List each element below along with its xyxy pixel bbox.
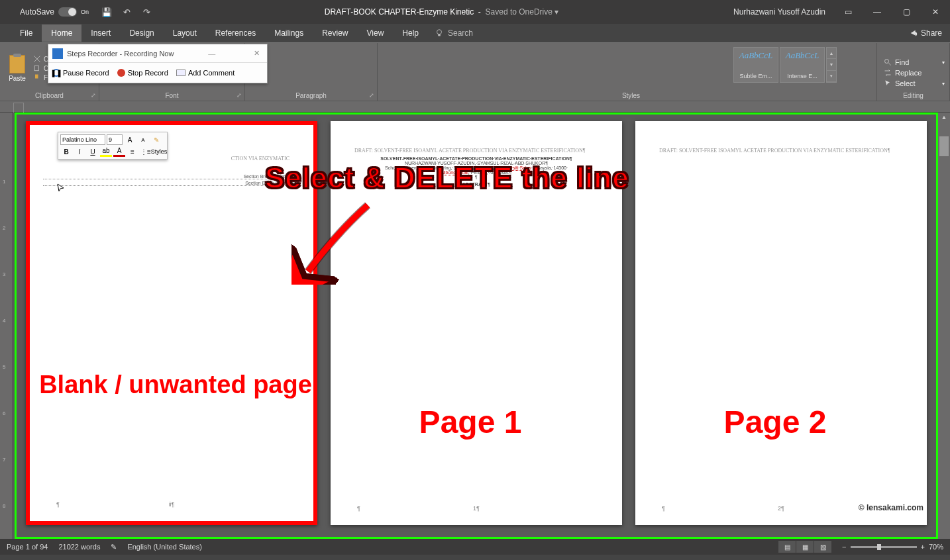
dialog-launcher-icon[interactable]: ⤢ <box>369 92 374 99</box>
autosave-toggle[interactable]: AutoSave On <box>0 7 95 17</box>
page-2[interactable]: DRAFT: SOLVENT-FREE ISOAMYL ACETATE PROD… <box>635 121 927 525</box>
cursor-icon <box>56 183 66 193</box>
page-header: DRAFT: SOLVENT-FREE ISOAMYL ACETATE PROD… <box>331 121 622 154</box>
mini-toolbar[interactable]: A A ✎ B I U ab A ≡ ⋮≡ Styles <box>58 132 168 160</box>
status-bar: Page 1 of 94 21022 words ✎ English (Unit… <box>0 539 950 555</box>
quick-access-toolbar: 💾 ↶ ↷ <box>95 6 158 18</box>
numbering-icon[interactable]: ⋮≡ <box>140 146 152 157</box>
zoom-in-icon[interactable]: + <box>921 543 925 551</box>
word-count[interactable]: 21022 words <box>58 543 100 551</box>
steps-recorder-window[interactable]: Steps Recorder - Recording Now — ✕ ❚❚Pau… <box>48 44 268 83</box>
pause-record-button[interactable]: ❚❚Pause Record <box>52 69 109 77</box>
autosave-label: AutoSave <box>20 7 54 17</box>
tab-help[interactable]: Help <box>393 24 428 42</box>
maximize-icon[interactable]: ▢ <box>892 0 921 24</box>
ribbon-options-icon[interactable]: ▭ <box>833 0 863 24</box>
search-icon <box>884 58 892 66</box>
select-button[interactable]: Select▾ <box>881 79 947 88</box>
document-title: DRAFT-BOOK CHAPTER-Enzyme Kinetic - Save… <box>158 7 725 17</box>
tab-insert[interactable]: Insert <box>81 24 120 42</box>
annotation-page2: Page 2 <box>629 404 921 440</box>
page-number: 1¶ <box>331 505 622 512</box>
tab-view[interactable]: View <box>358 24 394 42</box>
pilcrow-icon: ¶ <box>662 505 665 512</box>
horizontal-ruler[interactable] <box>0 101 950 113</box>
replace-icon <box>884 69 892 77</box>
vertical-scrollbar[interactable]: ▲ <box>938 113 950 539</box>
stop-record-button[interactable]: Stop Record <box>117 69 168 77</box>
read-mode-icon[interactable]: ▤ <box>778 541 796 553</box>
find-button[interactable]: Find▾ <box>881 58 947 67</box>
vertical-ruler[interactable]: 1 2 3 4 5 6 7 8 <box>0 113 12 539</box>
svg-rect-2 <box>34 66 38 71</box>
underline-button[interactable]: U <box>87 146 99 157</box>
replace-button[interactable]: Replace <box>881 68 947 77</box>
section-break-next-page[interactable]: Section Break (Next Page) <box>43 179 300 186</box>
shrink-font-icon[interactable]: A <box>137 134 149 145</box>
scroll-up-icon[interactable]: ▲ <box>939 114 949 123</box>
group-label-clipboard: Clipboard <box>4 91 95 99</box>
svg-point-4 <box>885 60 889 64</box>
style-subtle-emphasis[interactable]: AaBbCcL Subtle Em... <box>733 47 778 83</box>
recorder-titlebar[interactable]: Steps Recorder - Recording Now — ✕ <box>48 44 267 63</box>
share-button[interactable]: Share <box>901 24 950 42</box>
font-color-icon[interactable]: A <box>113 146 125 157</box>
language-indicator[interactable]: English (United States) <box>127 543 202 551</box>
close-icon[interactable]: ✕ <box>250 49 263 58</box>
autosave-state: On <box>81 9 89 15</box>
save-icon[interactable]: 💾 <box>101 6 113 18</box>
style-intense-emphasis[interactable]: AaBbCcL Intense E... <box>780 47 825 83</box>
paste-button[interactable]: Paste <box>4 55 30 82</box>
tab-mailings[interactable]: Mailings <box>265 24 313 42</box>
styles-gallery[interactable]: AaBbCcL Subtle Em... AaBbCcL Intense E..… <box>733 47 837 83</box>
font-size-input[interactable] <box>107 134 123 145</box>
styles-dropdown[interactable]: Styles <box>153 146 165 157</box>
clipboard-icon <box>9 55 25 73</box>
annotation-blank-page: Blank / unwanted page <box>36 371 315 400</box>
redo-icon[interactable]: ↷ <box>140 6 152 18</box>
doc-title-text: SOLVENT-FREE·ISOAMYL·ACETATE·PRODUCTION·… <box>354 156 598 161</box>
bold-button[interactable]: B <box>60 146 72 157</box>
add-comment-button[interactable]: Add Comment <box>176 69 235 77</box>
bullets-icon[interactable]: ≡ <box>127 146 138 157</box>
dialog-launcher-icon[interactable]: ⤢ <box>237 92 242 99</box>
print-layout-icon[interactable]: ▦ <box>796 541 814 553</box>
copy-icon <box>33 64 41 72</box>
tab-layout[interactable]: Layout <box>164 24 206 42</box>
scrollbar-thumb[interactable] <box>939 136 949 156</box>
zoom-out-icon[interactable]: − <box>842 543 846 551</box>
tab-home[interactable]: Home <box>42 24 81 42</box>
format-painter-icon[interactable]: ✎ <box>150 134 162 145</box>
toggle-switch-icon[interactable] <box>58 7 77 17</box>
close-icon[interactable]: ✕ <box>921 0 950 24</box>
page-number: ii¶ <box>30 501 313 508</box>
italic-button[interactable]: I <box>74 146 85 157</box>
scissors-icon <box>33 55 41 63</box>
user-name[interactable]: Nurhazwani Yusoff Azudin <box>725 7 833 17</box>
tab-design[interactable]: Design <box>120 24 163 42</box>
font-family-input[interactable] <box>60 134 105 145</box>
save-status[interactable]: Saved to OneDrive <box>486 7 553 17</box>
tab-review[interactable]: Review <box>313 24 357 42</box>
share-icon <box>909 28 918 38</box>
tab-file[interactable]: File <box>11 24 42 42</box>
group-styles: AaBbCcL Subtle Em... AaBbCcL Intense E..… <box>378 43 877 101</box>
web-layout-icon[interactable]: ▨ <box>814 541 831 553</box>
zoom-control[interactable]: − + 70% <box>842 543 943 551</box>
chevron-down-icon[interactable]: ▾ <box>554 7 558 17</box>
zoom-level[interactable]: 70% <box>929 543 943 551</box>
dialog-launcher-icon[interactable]: ⤢ <box>91 92 96 99</box>
styles-more-button[interactable]: ▲▼▾ <box>826 47 837 83</box>
minimize-icon[interactable]: — <box>863 0 892 24</box>
grow-font-icon[interactable]: A <box>124 134 136 145</box>
minimize-icon[interactable]: — <box>208 50 215 58</box>
spellcheck-icon[interactable]: ✎ <box>111 543 117 551</box>
zoom-slider[interactable] <box>851 546 917 548</box>
undo-icon[interactable]: ↶ <box>121 6 132 18</box>
page-indicator[interactable]: Page 1 of 94 <box>7 543 48 551</box>
highlight-icon[interactable]: ab <box>100 146 112 157</box>
tell-me-search[interactable]: Search <box>428 28 480 38</box>
tab-references[interactable]: References <box>206 24 265 42</box>
section-break-continuous[interactable]: Section Break (Continuous) <box>43 173 300 179</box>
document-area[interactable]: 1 2 3 4 5 6 7 8 A A ✎ B I U <box>0 113 950 539</box>
